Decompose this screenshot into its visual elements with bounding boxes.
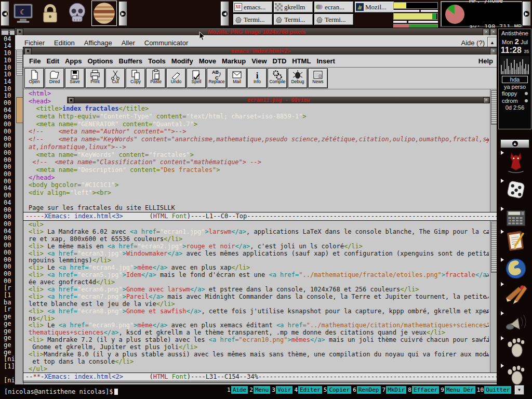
xemacs-buffer-bottom[interactable]: <ul><li> La Mandrake 6.02 avec <a href="… <box>23 221 498 373</box>
speaker-icon[interactable] <box>504 310 528 334</box>
daemon-icon[interactable] <box>504 150 528 174</box>
jupiter-icon[interactable] <box>92 1 116 25</box>
toolbar-cut-button[interactable]: Cut <box>105 68 125 88</box>
globe-icon[interactable] <box>504 257 528 281</box>
menu-affichage[interactable]: Affichage <box>84 39 112 47</box>
mc-fkey-voir[interactable]: Voir <box>276 386 293 394</box>
gqview-iconify-button[interactable] <box>68 97 74 103</box>
scrollbar-thumb[interactable] <box>16 97 23 123</box>
mc-fkey-copier[interactable]: Copier <box>327 386 351 394</box>
gkrellm-mount-cdrom[interactable]: cdrom <box>499 97 531 104</box>
xemacs-iconify-button[interactable] <box>24 48 32 55</box>
xemacs-menu-insert[interactable]: Insert <box>316 57 335 65</box>
mozilla-titlebar[interactable]: Mozilla: PNG image 532x399 pixels × × <box>15 28 498 35</box>
xemacs-menu-apps[interactable]: Apps <box>65 57 82 65</box>
xemacs-close-button[interactable]: × <box>490 48 497 55</box>
toolbar-paste-button[interactable]: Paste <box>146 68 166 88</box>
toolbar-replace-button[interactable]: ABCReplace <box>207 68 227 88</box>
xemacs-menu-html[interactable]: HTML <box>292 57 311 65</box>
code-line: </head> <box>29 174 489 182</box>
mc-fkey-rendep[interactable]: RenDep <box>357 386 381 394</box>
toolbar-save-button[interactable]: Save <box>65 68 85 88</box>
menu-aide[interactable]: Aide (?) <box>461 39 485 47</box>
menu-help[interactable]: Help <box>478 57 493 65</box>
notepad-icon[interactable] <box>504 229 528 252</box>
xemacs-menu-options[interactable]: Options <box>87 57 113 65</box>
mozilla-close-button[interactable]: × <box>483 29 490 36</box>
toolbar-dired-button[interactable]: Dired <box>45 68 64 88</box>
toolbar-spell-button[interactable]: Spell <box>187 68 206 88</box>
xemacs-menu-edit[interactable]: Edit <box>46 57 59 65</box>
taskbar-button-mozil[interactable]: Mozil... <box>354 1 394 13</box>
gnome-foot-icon[interactable] <box>504 363 528 387</box>
dock-handle[interactable]: ▶ <box>118 1 127 26</box>
mc-fkey-editer[interactable]: Editer <box>298 386 322 394</box>
taskbar-button-emacs[interactable]: XEemacs... <box>233 1 273 13</box>
mc-fkey-effacer[interactable]: Effacer <box>412 386 439 394</box>
toolbar-copy-button[interactable]: Copy <box>126 68 145 88</box>
mc-fkey-aide[interactable]: Aide <box>231 386 248 394</box>
dock-handle-right[interactable]: ▶ <box>522 1 531 26</box>
window-close-button[interactable]: × <box>490 29 497 36</box>
taskbar: XEemacs...gkrellmecran...Mozil...Termi..… <box>233 1 395 26</box>
meter-slider[interactable] <box>393 21 438 23</box>
toolbar-print-button[interactable]: Print <box>85 68 105 88</box>
xemacs-modeline-bottom: --**-XEmacs: index.html<2> (HTML Font)--… <box>23 373 498 381</box>
menu-communicator[interactable]: Communicator <box>144 39 189 47</box>
xemacs-menu-move[interactable]: Move <box>199 57 216 65</box>
menu-fichier[interactable]: Fichier <box>24 39 45 47</box>
gkrellm-monitor: Antisthène Mon 2 Jul 11:28 35 hda ya per… <box>498 29 531 129</box>
dock-handle-left[interactable]: ◀ <box>1 1 9 26</box>
xemacs-menu-buffers[interactable]: Buffers <box>119 57 143 65</box>
svg-text:XE: XE <box>235 5 241 9</box>
taskbar-button-gkrellm[interactable]: gkrellm <box>273 1 313 13</box>
screensaver-icon[interactable]: ☾ <box>11 1 35 25</box>
menu-edition[interactable]: Edition <box>54 39 75 47</box>
toolbar-undo-button[interactable]: Undo <box>166 68 186 88</box>
collapsed-toolbar-tab[interactable] <box>16 63 23 75</box>
gnome-foot-icon[interactable] <box>504 335 528 359</box>
xemacs-menu-dtd[interactable]: DTD <box>273 57 287 65</box>
toolbar-compile-button[interactable]: Compile <box>268 68 287 88</box>
taskbar-button-termi[interactable]: Termi... <box>233 14 273 25</box>
gqview-close-button[interactable]: × <box>483 97 489 103</box>
mc-fkey-menudr[interactable]: Menu Dér <box>445 386 475 394</box>
taskbar-button-termi[interactable]: Termi... <box>314 14 354 25</box>
xemacs-menu-view[interactable]: View <box>251 57 267 65</box>
dock-handle[interactable]: ◀ <box>220 1 229 26</box>
mc-fkey-mkdir[interactable]: MkDir <box>386 386 406 394</box>
calculator-icon[interactable] <box>504 206 528 230</box>
xemacs-minibuffer[interactable] <box>23 381 498 384</box>
taskbar-button-termi[interactable]: Termi... <box>273 14 313 25</box>
xemacs-menu-markup[interactable]: Markup <box>222 57 246 65</box>
toolbar-open-button[interactable]: Open <box>24 68 44 88</box>
toolbar-debug-button[interactable]: Debug <box>288 68 308 88</box>
toolbar-news-button[interactable]: News <box>308 68 328 88</box>
mozilla-iconify-button[interactable] <box>16 29 23 36</box>
disk-mount-point: MP: /home <box>469 0 522 5</box>
gkrellm-scroll-text: ya perso <box>499 84 531 90</box>
gqview-titlebar[interactable]: ecran11.png - GQview × <box>67 97 490 103</box>
xemacs-menu-file[interactable]: File <box>29 57 41 65</box>
toolbar-mail-button[interactable]: Mail <box>227 68 247 88</box>
mc-fkey-menu[interactable]: Menu <box>254 386 271 394</box>
taskbar-button-ecran[interactable]: ecran... <box>314 1 354 13</box>
pencils-icon[interactable] <box>504 281 528 305</box>
toolbar-info-button[interactable]: iInfo <box>247 68 267 88</box>
mc-fkey-quitter[interactable]: Quitter <box>484 386 511 394</box>
xemacs-window-title: emacs: index.html<2> <box>231 48 291 54</box>
xemacs-menu-tools[interactable]: Tools <box>148 57 166 65</box>
mini-window-icon[interactable] <box>1 29 9 35</box>
collapsed-toolbar-tab[interactable] <box>16 50 23 62</box>
dice-icon[interactable] <box>504 178 528 202</box>
xemacs-buffer-top[interactable]: <html><head> <title>index fractales</tit… <box>23 89 498 212</box>
shell-prompt[interactable]: [nicolas@antisthene nicolas]$ <box>4 388 118 395</box>
meter-slider[interactable] <box>393 10 438 12</box>
menu-aller[interactable]: Aller <box>122 39 135 47</box>
skull-icon[interactable] <box>65 1 89 25</box>
xemacs-titlebar[interactable]: emacs: index.html<2> × <box>23 47 498 55</box>
xemacs-menu-modify[interactable]: Modify <box>171 57 193 65</box>
lock-icon[interactable] <box>38 1 62 25</box>
gkrellm-mount-floppy[interactable]: floppy <box>499 90 531 97</box>
dock-collapse-up-button[interactable]: ▲ <box>500 139 529 148</box>
